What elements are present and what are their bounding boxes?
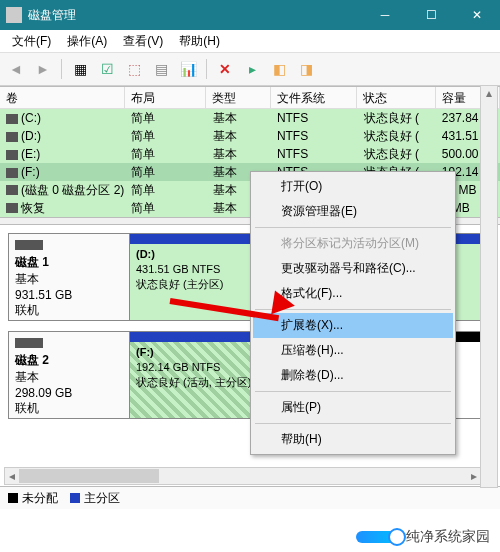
volume-icon [6,168,18,178]
ctx-mark-active: 将分区标记为活动分区(M) [253,231,453,256]
volume-icon [6,132,18,142]
partition-status: 状态良好 (活动, 主分区) [136,376,252,388]
footer-text: 纯净系统家园 [406,528,490,546]
menu-separator [255,227,451,228]
window-title: 磁盘管理 [28,7,362,24]
table-header: 卷 布局 类型 文件系统 状态 容量 [0,87,500,109]
toolbar-button[interactable]: ▤ [149,57,173,81]
ctx-shrink-volume[interactable]: 压缩卷(H)... [253,338,453,363]
menu-separator [255,391,451,392]
cell-layout: 简单 [125,109,207,128]
close-button[interactable]: ✕ [454,0,500,30]
disk-type: 基本 [15,370,39,384]
volume-icon [6,114,18,124]
toolbar-button[interactable]: ☑ [95,57,119,81]
cell-fs: NTFS [271,110,358,126]
partition-size: 192.14 GB NTFS [136,361,220,373]
ctx-extend-volume[interactable]: 扩展卷(X)... [253,313,453,338]
partition-label: (F:) [136,346,154,358]
cell-layout: 简单 [125,181,207,200]
menu-separator [255,423,451,424]
ctx-open[interactable]: 打开(O) [253,174,453,199]
separator [61,59,62,79]
cell-layout: 简单 [125,145,207,164]
scroll-left-icon[interactable]: ◂ [5,468,19,484]
partition-selected[interactable]: (F:) 192.14 GB NTFS 状态良好 (活动, 主分区) [130,332,270,418]
toolbar-button[interactable]: ◨ [294,57,318,81]
back-icon: ◄ [4,57,28,81]
cell-volume: (F:) [0,164,125,180]
disk-icon [15,240,43,250]
footer-logo-icon [356,531,400,543]
cell-type: 基本 [207,109,271,128]
col-volume[interactable]: 卷 [0,87,125,108]
disk-name: 磁盘 1 [15,255,49,269]
toolbar: ◄ ► ▦ ☑ ⬚ ▤ 📊 ✕ ▸ ◧ ◨ [0,53,500,86]
legend: 未分配 主分区 [0,486,500,509]
maximize-button[interactable]: ☐ [408,0,454,30]
scroll-thumb[interactable] [19,469,159,483]
menu-help[interactable]: 帮助(H) [171,31,228,52]
col-fs[interactable]: 文件系统 [271,87,358,108]
legend-swatch [70,493,80,503]
ctx-explorer[interactable]: 资源管理器(E) [253,199,453,224]
cell-fs: NTFS [271,128,358,144]
cell-layout: 简单 [125,127,207,146]
cell-fs: NTFS [271,146,358,162]
toolbar-button[interactable]: ◧ [267,57,291,81]
disk-size: 298.09 GB [15,386,72,400]
menu-view[interactable]: 查看(V) [115,31,171,52]
cell-volume: (E:) [0,146,125,162]
cell-status: 状态良好 ( [358,145,436,164]
cell-volume: (C:) [0,110,125,126]
disk-status: 联机 [15,401,39,415]
cell-type: 基本 [207,145,271,164]
col-status[interactable]: 状态 [357,87,435,108]
forward-icon: ► [31,57,55,81]
cell-volume: (D:) [0,128,125,144]
legend-item: 未分配 [8,490,58,507]
disk-header[interactable]: 磁盘 2 基本 298.09 GB 联机 [9,332,130,418]
disk-icon [15,338,43,348]
cell-type: 基本 [207,127,271,146]
ctx-properties[interactable]: 属性(P) [253,395,453,420]
table-row[interactable]: (D:)简单基本NTFS状态良好 (431.51 G [0,127,500,145]
separator [206,59,207,79]
col-layout[interactable]: 布局 [125,87,207,108]
cell-status: 状态良好 ( [358,109,436,128]
legend-swatch [8,493,18,503]
scroll-right-icon[interactable]: ▸ [467,468,481,484]
menu-action[interactable]: 操作(A) [59,31,115,52]
toolbar-button[interactable]: ▦ [68,57,92,81]
volume-icon [6,203,18,213]
table-row[interactable]: (E:)简单基本NTFS状态良好 (500.00 G [0,145,500,163]
scroll-up-icon[interactable]: ▴ [481,86,497,100]
disk-status: 联机 [15,303,39,317]
disk-size: 931.51 GB [15,288,72,302]
toolbar-button[interactable]: ▸ [240,57,264,81]
horizontal-scrollbar[interactable]: ◂ ▸ [4,467,482,485]
cell-volume: (磁盘 0 磁盘分区 2) [0,181,125,200]
ctx-change-drive[interactable]: 更改驱动器号和路径(C)... [253,256,453,281]
legend-item: 主分区 [70,490,120,507]
col-type[interactable]: 类型 [206,87,270,108]
table-row[interactable]: (C:)简单基本NTFS状态良好 (237.84 G [0,109,500,127]
volume-icon [6,185,18,195]
partition-size: 431.51 GB NTFS [136,263,220,275]
cell-layout: 简单 [125,199,207,218]
cell-layout: 简单 [125,163,207,182]
partition-status: 状态良好 (主分区) [136,278,223,290]
partition-bar [130,332,270,342]
annotation-arrowhead [271,290,296,317]
minimize-button[interactable]: ─ [362,0,408,30]
watermark: 纯净系统家园 [0,522,500,552]
toolbar-button[interactable]: 📊 [176,57,200,81]
ctx-delete-volume[interactable]: 删除卷(D)... [253,363,453,388]
menu-file[interactable]: 文件(F) [4,31,59,52]
delete-icon[interactable]: ✕ [213,57,237,81]
vertical-scrollbar[interactable]: ▴ [480,85,498,488]
toolbar-button[interactable]: ⬚ [122,57,146,81]
cell-volume: 恢复 [0,199,125,218]
disk-header[interactable]: 磁盘 1 基本 931.51 GB 联机 [9,234,130,320]
ctx-help[interactable]: 帮助(H) [253,427,453,452]
